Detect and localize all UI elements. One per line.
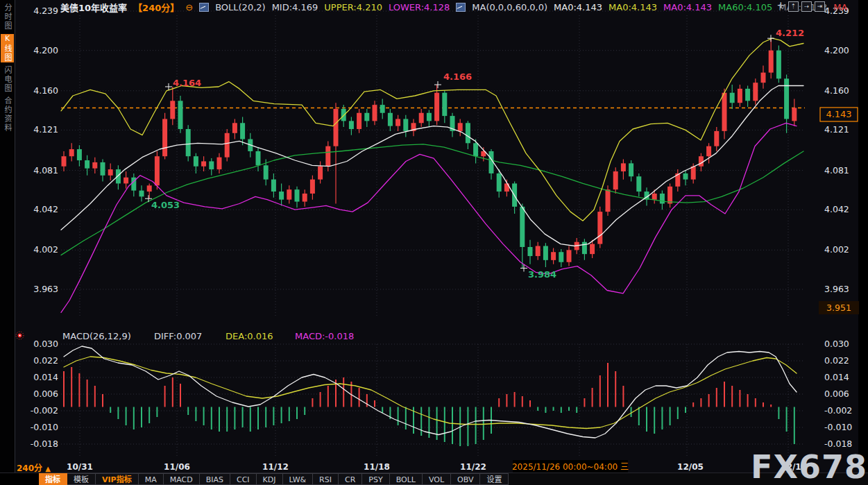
candle-body <box>240 123 245 139</box>
exit-icon[interactable]: ⇥ <box>815 1 825 12</box>
annotation-price-label: 4.212 <box>776 28 804 38</box>
candle-body <box>683 173 688 180</box>
candle-body <box>776 51 781 79</box>
candle-body <box>466 123 470 143</box>
candle-body <box>543 246 548 260</box>
toolbar-item-CCI[interactable]: CCI <box>230 473 257 485</box>
candle-body <box>497 173 502 192</box>
price-axis-label-left: 4.081 <box>33 165 58 176</box>
toolbar-item-BOLL[interactable]: BOLL <box>390 473 423 485</box>
candle-body <box>310 180 315 194</box>
candle-body <box>551 252 556 260</box>
candle-body <box>225 133 230 158</box>
toolbar-item-RSI[interactable]: RSI <box>313 473 339 485</box>
toolbar-item-KDJ[interactable]: KDJ <box>257 473 283 485</box>
candle-body <box>108 169 113 176</box>
indicator-value: MA0:4.143 <box>663 2 712 12</box>
candle-body <box>597 212 602 244</box>
candle-body <box>318 167 323 180</box>
symbol-title: 美债10年收益率 <box>60 1 127 14</box>
candle-body <box>784 78 789 119</box>
candle-body <box>590 244 595 255</box>
annotation-price-label: 4.053 <box>151 200 180 210</box>
alert-dot-icon[interactable] <box>15 330 24 339</box>
toolbar-item-CR[interactable]: CR <box>339 473 362 485</box>
price-axis-label-right: 4.081 <box>824 165 849 176</box>
x-axis-label: 12/1 <box>781 462 801 472</box>
candle-body <box>217 158 222 169</box>
toolbar-item-LW&[interactable]: LW& <box>283 473 314 485</box>
indicator-value: MA0:4.143 <box>609 2 657 12</box>
price-axis-label-right: 4.160 <box>824 85 849 96</box>
price-axis-label-left: 4.121 <box>33 124 58 135</box>
compare-icon[interactable]: ⊖ <box>185 2 193 12</box>
scale-left-icon[interactable]: ⇡ <box>788 1 799 12</box>
candle-body <box>232 123 237 133</box>
candle-body <box>380 105 385 113</box>
sidebar-tab-1[interactable]: K线图 <box>1 34 14 62</box>
candle-body <box>629 163 633 176</box>
candle-body <box>621 163 626 171</box>
pan-icon[interactable]: ✛ <box>776 1 785 10</box>
macd-axis-label-left: 0.006 <box>33 389 58 399</box>
window-controls: ✛ ⇡ ⇢ ⇥ <box>776 1 825 12</box>
x-axis-label: 11/06 <box>164 462 190 472</box>
toolbar-item-OBV[interactable]: OBV <box>451 473 480 485</box>
toolbar-spacer <box>0 473 39 485</box>
outside-price-label: 3.951 <box>826 303 851 313</box>
indicator-value: BOLL(20,2) <box>215 2 266 12</box>
price-axis-label-left: 3.963 <box>33 284 58 294</box>
candle-body <box>139 191 144 197</box>
candle-body <box>738 89 742 103</box>
main-chart-svg[interactable]: 4.2394.2394.2004.2004.1604.1604.1214.121… <box>15 0 868 473</box>
candle-body <box>334 109 339 146</box>
sidebar-tab-2[interactable]: 闪电图 <box>1 66 14 93</box>
current-price-label: 4.143 <box>826 109 851 119</box>
macd-axis-label-right: 0.014 <box>824 372 849 382</box>
candle-body <box>373 105 377 121</box>
toolbar-item-VOL[interactable]: VOL <box>423 473 451 485</box>
candle-body <box>295 189 300 201</box>
candle-body <box>613 171 618 189</box>
scale-right-icon[interactable]: ⇢ <box>801 1 812 12</box>
toolbar-item-PSY[interactable]: PSY <box>362 473 389 485</box>
toolbar-item-MACD[interactable]: MACD <box>164 473 200 485</box>
candle-body <box>256 151 261 165</box>
annotation-price-label: 4.164 <box>173 78 201 88</box>
price-axis-label-right: 4.002 <box>824 244 849 255</box>
boll-lower-line <box>61 123 797 312</box>
x-axis-label: 10/31 <box>67 462 93 472</box>
price-axis-label-left: 4.042 <box>33 204 58 214</box>
footer-period[interactable]: 240分 ▲ <box>17 461 51 473</box>
candle-body <box>458 123 463 131</box>
indicator-value: MA <box>833 2 847 12</box>
candle-body <box>769 51 774 73</box>
candle-body <box>667 187 672 204</box>
sidebar-tab-0[interactable]: 分时图 <box>1 3 14 31</box>
toolbar-item-BIAS[interactable]: BIAS <box>200 473 230 485</box>
candle-body <box>101 162 105 176</box>
annotation-price-label: 4.166 <box>443 71 472 82</box>
candle-body <box>419 113 424 124</box>
sidebar-tab-3[interactable]: 合约资料 <box>1 96 14 133</box>
price-axis-label-left: 4.200 <box>33 45 58 56</box>
indicator-value: MA(0,0,0,60,0,0) <box>472 2 547 12</box>
price-axis-label-right: 4.121 <box>824 124 849 135</box>
candle-body <box>85 160 90 169</box>
macd-axis-label-right: 0.030 <box>824 339 849 349</box>
candle-body <box>722 93 727 131</box>
candle-body <box>434 93 439 121</box>
toolbar-item-MA[interactable]: MA <box>139 473 164 485</box>
toolbar-item-VIP指标[interactable]: VIP指标 <box>96 473 139 485</box>
macd-dea-line <box>64 357 797 429</box>
toolbar-item-指标[interactable]: 指标 <box>39 473 67 485</box>
boll-upper-line <box>61 38 803 221</box>
candle-body <box>636 176 641 192</box>
price-axis-label-right: 4.042 <box>824 204 849 214</box>
candle-body <box>730 93 735 103</box>
indicator-chart-icon[interactable] <box>456 3 466 12</box>
indicator-chart-icon[interactable] <box>199 3 209 12</box>
candle-body <box>155 156 160 185</box>
toolbar-item-设置[interactable]: 设置 <box>480 473 509 485</box>
toolbar-item-模板[interactable]: 模板 <box>67 473 96 485</box>
